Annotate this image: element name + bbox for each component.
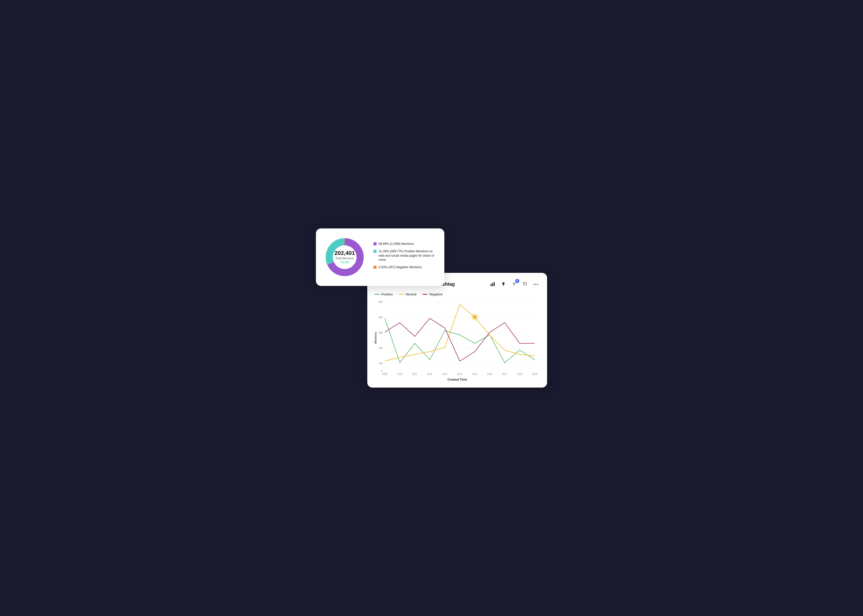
negative-line bbox=[385, 318, 535, 361]
svg-text:6/18: 6/18 bbox=[517, 373, 523, 376]
legend-label-orange: 0.03% (457) Negative Mentions bbox=[379, 265, 422, 269]
legend-label-purple: 68.69% (1.03M) Mentions bbox=[379, 242, 414, 246]
legend-dot-orange bbox=[373, 266, 376, 269]
svg-text:6/11: 6/11 bbox=[412, 373, 417, 376]
total-label: Total Mentions bbox=[334, 257, 355, 260]
svg-text:400: 400 bbox=[378, 316, 383, 319]
svg-rect-6 bbox=[494, 282, 494, 286]
svg-text:200: 200 bbox=[378, 347, 383, 350]
tooltip-dot bbox=[472, 315, 477, 319]
legend-item-teal: 31.28% (469.77K) Positive Mentions on we… bbox=[373, 249, 436, 262]
legend-item-orange: 0.03% (457) Negative Mentions bbox=[373, 265, 436, 269]
svg-text:6/16: 6/16 bbox=[487, 373, 492, 376]
legend-line-neutral bbox=[399, 294, 404, 295]
more-button[interactable] bbox=[532, 280, 540, 288]
donut-legend: 68.69% (1.03M) Mentions 31.28% (469.77K)… bbox=[373, 242, 436, 273]
legend-negative: Negative bbox=[422, 292, 442, 296]
legend-dot-purple bbox=[373, 242, 376, 245]
chart-actions: 2 bbox=[488, 280, 540, 288]
svg-text:6/09: 6/09 bbox=[382, 373, 387, 376]
chart-legend: Positive Neutral Negative bbox=[375, 292, 540, 296]
legend-item-purple: 68.69% (1.03M) Mentions bbox=[373, 242, 436, 246]
svg-point-9 bbox=[534, 284, 534, 284]
refresh-button[interactable] bbox=[521, 280, 529, 288]
lightbulb-icon bbox=[501, 282, 506, 286]
svg-text:300: 300 bbox=[378, 332, 383, 334]
donut-chart: 202,401 Total Mentions +3.1% bbox=[324, 237, 365, 278]
filter-badge: 2 bbox=[515, 279, 519, 283]
chart-area: 500 400 300 200 100 0 Mentions bbox=[375, 299, 540, 376]
svg-text:6/17: 6/17 bbox=[502, 373, 507, 376]
legend-label-neutral: Neutral bbox=[406, 292, 417, 296]
legend-label-teal: 31.28% (469.77K) Positive Mentions on we… bbox=[379, 249, 436, 262]
svg-rect-5 bbox=[492, 283, 493, 286]
legend-neutral: Neutral bbox=[399, 292, 417, 296]
svg-text:6/15: 6/15 bbox=[472, 373, 477, 376]
legend-positive: Positive bbox=[375, 292, 393, 296]
legend-label-positive: Positive bbox=[381, 292, 393, 296]
growth-value: +3.1% bbox=[334, 261, 355, 264]
chart-card: What is the Volume trend of Hashtag bbox=[367, 273, 547, 388]
svg-rect-4 bbox=[491, 284, 491, 286]
donut-card: 202,401 Total Mentions +3.1% 68.69% (1.0… bbox=[316, 228, 444, 286]
total-mentions: 202,401 bbox=[334, 250, 355, 256]
lightbulb-button[interactable] bbox=[499, 280, 507, 288]
donut-center: 202,401 Total Mentions +3.1% bbox=[334, 250, 355, 264]
svg-text:6/10: 6/10 bbox=[397, 373, 403, 376]
svg-text:6/12: 6/12 bbox=[427, 373, 433, 376]
svg-text:500: 500 bbox=[378, 300, 383, 303]
svg-text:6/13: 6/13 bbox=[442, 373, 447, 376]
svg-point-11 bbox=[537, 284, 538, 284]
legend-dot-teal bbox=[373, 250, 376, 253]
svg-text:6/19: 6/19 bbox=[532, 373, 537, 376]
x-axis-title: Created Time bbox=[375, 378, 540, 382]
svg-rect-8 bbox=[503, 285, 504, 286]
svg-text:6/14: 6/14 bbox=[457, 373, 462, 376]
svg-rect-7 bbox=[503, 285, 504, 285]
refresh-icon bbox=[523, 282, 527, 286]
legend-line-negative bbox=[422, 294, 428, 295]
filter-button[interactable]: 2 bbox=[510, 280, 518, 288]
legend-line-positive bbox=[375, 294, 380, 295]
svg-point-10 bbox=[535, 284, 536, 284]
svg-text:Mentions: Mentions bbox=[375, 332, 377, 344]
bar-chart-button[interactable] bbox=[488, 280, 497, 288]
bar-chart-icon bbox=[490, 282, 495, 286]
legend-label-negative: Negative bbox=[429, 292, 442, 296]
svg-text:100: 100 bbox=[378, 362, 383, 365]
line-chart-svg: 500 400 300 200 100 0 Mentions bbox=[375, 299, 540, 376]
more-icon bbox=[534, 284, 538, 285]
